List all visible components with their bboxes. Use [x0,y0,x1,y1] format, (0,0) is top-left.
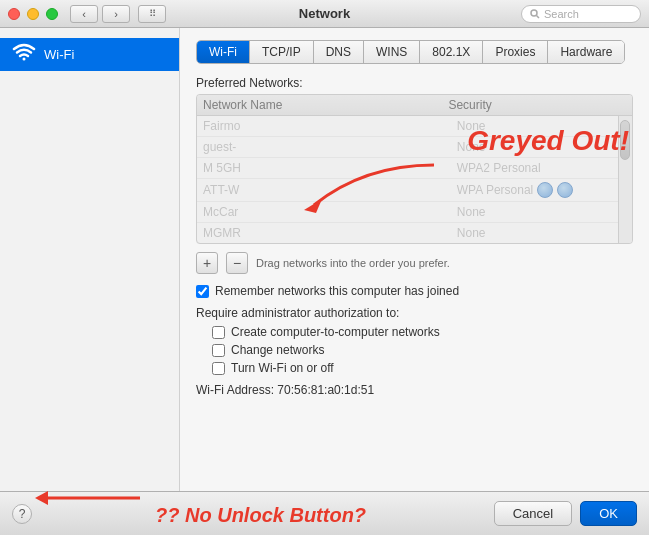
table-header: Network Name Security [197,95,632,116]
networks-container: Network Name Security Fairmo None guest- [196,94,633,244]
sidebar: Wi-Fi [0,28,180,491]
add-network-button[interactable]: + [196,252,218,274]
scrollbar-thumb[interactable] [620,120,630,160]
auth-title: Require administrator authorization to: [196,306,633,320]
auth-section: Require administrator authorization to: … [196,306,633,375]
titlebar: ‹ › ⠿ Network Search [0,0,649,28]
bottombar: ? Cancel OK [0,491,649,535]
table-row: Fairmo None [197,116,632,137]
main-area: Wi-Fi Wi-Fi TCP/IP DNS WINS 802.1X Proxi… [0,28,649,491]
search-bar[interactable]: Search [521,5,641,23]
auth-checkbox-3[interactable] [212,362,225,375]
auth-checkbox-1[interactable] [212,326,225,339]
networks-list[interactable]: Fairmo None guest- None M 5GH WPA2 Perso… [197,116,632,243]
grid-button[interactable]: ⠿ [138,5,166,23]
sidebar-item-wifi[interactable]: Wi-Fi [0,38,179,71]
maximize-button[interactable] [46,8,58,20]
table-row: McCar None [197,202,632,223]
globe-icon-2 [557,182,573,198]
search-placeholder: Search [544,8,579,20]
drag-hint: Drag networks into the order you prefer. [256,257,450,269]
nav-buttons: ‹ › ⠿ [70,5,166,23]
ok-button[interactable]: OK [580,501,637,526]
scrollbar-track[interactable] [618,116,632,243]
remember-networks-row: Remember networks this computer has join… [196,284,633,298]
forward-button[interactable]: › [102,5,130,23]
tabs-bar: Wi-Fi TCP/IP DNS WINS 802.1X Proxies Har… [196,40,625,64]
table-row: guest- None [197,137,632,158]
address-value: 70:56:81:a0:1d:51 [277,383,374,397]
wifi-label: Wi-Fi [44,47,74,62]
remember-networks-checkbox[interactable] [196,285,209,298]
address-row: Wi-Fi Address: 70:56:81:a0:1d:51 [196,383,633,397]
close-button[interactable] [8,8,20,20]
tab-8021x[interactable]: 802.1X [420,41,483,63]
tab-dns[interactable]: DNS [314,41,364,63]
remember-networks-label: Remember networks this computer has join… [215,284,459,298]
networks-table: Network Name Security Fairmo None guest- [196,94,633,244]
window-title: Network [299,6,350,21]
bottom-actions: Cancel OK [494,501,637,526]
tab-hardware[interactable]: Hardware [548,41,624,63]
auth-option-1: Create computer-to-computer networks [212,325,633,339]
auth-label-1: Create computer-to-computer networks [231,325,440,339]
auth-label-2: Change networks [231,343,324,357]
col-network-header: Network Name [203,98,448,112]
table-row: MGMR None [197,223,632,243]
svg-point-2 [23,58,26,61]
app-window: ‹ › ⠿ Network Search [0,0,649,535]
svg-point-0 [531,10,537,16]
auth-checkbox-2[interactable] [212,344,225,357]
tab-proxies[interactable]: Proxies [483,41,548,63]
tab-tcpip[interactable]: TCP/IP [250,41,314,63]
tab-wins[interactable]: WINS [364,41,420,63]
wifi-icon [12,43,36,66]
networks-label: Preferred Networks: [196,76,633,90]
table-row: ATT-W WPA Personal [197,179,632,202]
col-security-header: Security [448,98,612,112]
tab-wifi[interactable]: Wi-Fi [197,41,250,63]
search-icon [530,9,540,19]
address-label: Wi-Fi Address: [196,383,274,397]
window-controls [8,8,58,20]
cancel-button[interactable]: Cancel [494,501,572,526]
auth-option-3: Turn Wi-Fi on or off [212,361,633,375]
auth-label-3: Turn Wi-Fi on or off [231,361,334,375]
back-button[interactable]: ‹ [70,5,98,23]
network-controls: + − Drag networks into the order you pre… [196,252,633,274]
auth-option-2: Change networks [212,343,633,357]
remove-network-button[interactable]: − [226,252,248,274]
help-button[interactable]: ? [12,504,32,524]
table-row: M 5GH WPA2 Personal [197,158,632,179]
wifi-symbol [12,43,36,61]
globe-icon [537,182,553,198]
content-area: Wi-Fi TCP/IP DNS WINS 802.1X Proxies Har… [180,28,649,491]
minimize-button[interactable] [27,8,39,20]
svg-line-1 [537,15,540,18]
